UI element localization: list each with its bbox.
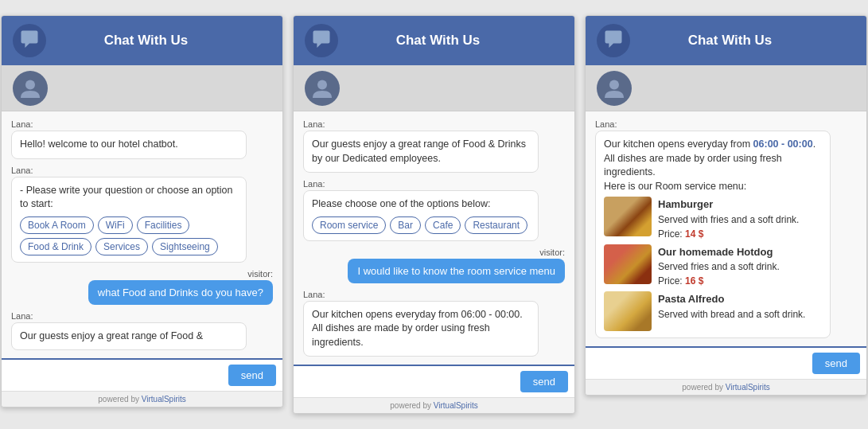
chat-messages-1: Lana: Hello! welcome to our hotel chatbo… <box>2 111 282 358</box>
sender-label: Lana: <box>303 290 565 299</box>
hotdog-text: Our homemade Hotdog Served fries and a s… <box>658 244 780 289</box>
menu-intro-text: Here is our Room service menu: <box>604 181 746 192</box>
chat-messages-2: Lana: Our guests enjoy a great range of … <box>294 111 574 365</box>
bot-message-2-2: Lana: Please choose one of the options b… <box>303 179 565 241</box>
bot-bubble: Hello! welcome to our hotel chatbot. <box>11 131 247 159</box>
footer-brand-1: VirtualSpirits <box>142 395 186 404</box>
text-normal-1: Our kitchen opens everyday from <box>604 138 753 150</box>
bot-bubble-options: - Please write your question or choose a… <box>11 177 247 263</box>
burger-image <box>604 197 652 236</box>
pasta-img-placeholder <box>604 291 652 331</box>
speech-bubble-icon-3 <box>602 29 625 52</box>
chat-footer-1: powered by VirtualSpirits <box>2 391 282 407</box>
menu-item-hotdog: Our homemade Hotdog Served fries and a s… <box>604 244 822 289</box>
chat-input-3[interactable] <box>592 354 808 372</box>
chat-avatar-area-1 <box>2 65 282 111</box>
visitor-label: visitor: <box>539 248 565 257</box>
option-food-drink[interactable]: Food & Drink <box>20 238 91 255</box>
speech-bubble-icon <box>18 29 41 52</box>
option-cafe[interactable]: Cafe <box>425 216 461 234</box>
burger-price: 14 $ <box>685 228 703 240</box>
bot-bubble-menu: Our kitchen opens everyday from 06:00 - … <box>595 131 831 338</box>
chat-icon-1 <box>13 24 46 57</box>
chat-input-area-1: send <box>2 358 282 391</box>
chat-messages-3: Lana: Our kitchen opens everyday from 06… <box>586 111 866 346</box>
burger-desc: Served with fries and a soft drink. <box>658 213 799 227</box>
avatar-icon-2 <box>310 76 334 100</box>
option-restaurant[interactable]: Restaurant <box>465 216 527 234</box>
burger-img-placeholder <box>604 197 652 236</box>
chat-avatar-area-3 <box>586 65 866 111</box>
visitor-label: visitor: <box>247 269 273 279</box>
bot-message-3-1: Lana: Our kitchen opens everyday from 06… <box>595 119 857 338</box>
menu-item-burger: Hamburger Served with fries and a soft d… <box>604 197 822 241</box>
visitor-message-2: visitor: I would like to know the room s… <box>303 248 565 283</box>
chat-footer-2: powered by VirtualSpirits <box>294 397 574 413</box>
sender-label: Lana: <box>11 311 273 321</box>
sender-label: Lana: <box>11 119 273 129</box>
burger-name: Hamburger <box>658 197 799 213</box>
hotdog-price-label: Price: 16 $ <box>658 274 780 288</box>
footer-brand-2: VirtualSpirits <box>434 401 478 410</box>
sender-label-3: Lana: <box>595 119 857 129</box>
option-services[interactable]: Services <box>95 238 148 255</box>
chat-input-2[interactable] <box>300 372 516 391</box>
chat-title-1: Chat With Us <box>54 33 238 49</box>
avatar-icon-3 <box>602 76 626 100</box>
chat-input-area-2: send <box>294 365 574 397</box>
option-facilities[interactable]: Facilities <box>137 216 190 234</box>
bot-message-1-3: Lana: Our guests enjoy a great range of … <box>11 311 273 351</box>
sender-label: Lana: <box>303 179 565 189</box>
footer-brand-3: VirtualSpirits <box>726 383 770 392</box>
option-sightseeing[interactable]: Sightseeing <box>152 238 218 255</box>
pasta-image <box>604 291 652 331</box>
avatar-2 <box>305 71 340 106</box>
pasta-text: Pasta Alfredo Served with bread and a so… <box>658 291 805 322</box>
text-highlight-time: 06:00 - 00:00 <box>753 138 813 150</box>
chat-icon-3 <box>597 24 630 57</box>
hotdog-name: Our homemade Hotdog <box>658 244 780 260</box>
chat-widget-2: Chat With Us Lana: Our guests enjoy a gr… <box>293 15 575 414</box>
visitor-bubble: what Food and Drinks do you have? <box>88 280 273 305</box>
menu-item-pasta: Pasta Alfredo Served with bread and a so… <box>604 291 822 331</box>
speech-bubble-icon-2 <box>310 29 333 52</box>
svg-point-0 <box>25 80 35 89</box>
bot-bubble-truncated-2: Our kitchen opens everyday from 06:00 - … <box>303 301 539 357</box>
chat-title-3: Chat With Us <box>638 33 822 49</box>
chat-icon-2 <box>305 24 338 57</box>
bot-bubble-options-2: Please choose one of the options below: … <box>303 190 539 241</box>
send-button-2[interactable]: send <box>520 371 568 392</box>
avatar-icon-1 <box>18 76 42 100</box>
option-room-service[interactable]: Room service <box>312 216 386 234</box>
option-buttons-2: Room service Bar Cafe Restaurant <box>312 216 530 234</box>
burger-price-label: Price: 14 $ <box>658 227 799 241</box>
chat-widgets-container: Chat With Us Lana: Hello! welcome to our… <box>1 15 867 414</box>
chat-avatar-area-2 <box>294 65 574 111</box>
option-bar[interactable]: Bar <box>390 216 421 234</box>
send-button-1[interactable]: send <box>228 365 276 386</box>
option-wifi[interactable]: WiFi <box>98 216 133 234</box>
chat-title-2: Chat With Us <box>346 33 530 49</box>
chat-header-1: Chat With Us <box>2 16 282 65</box>
avatar-1 <box>13 71 48 106</box>
chat-widget-1: Chat With Us Lana: Hello! welcome to our… <box>1 15 283 408</box>
bot-bubble: Our guests enjoy a great range of Food &… <box>303 131 539 173</box>
pasta-desc: Served with bread and a soft drink. <box>658 307 805 322</box>
svg-point-2 <box>609 80 619 89</box>
chat-input-area-3: send <box>586 346 866 379</box>
bot-message-1-2: Lana: - Please write your question or ch… <box>11 166 273 263</box>
sender-label: Lana: <box>303 119 565 129</box>
sender-label: Lana: <box>11 166 273 175</box>
bot-message-2-1: Lana: Our guests enjoy a great range of … <box>303 119 565 173</box>
svg-point-1 <box>317 80 327 89</box>
option-book-a-room[interactable]: Book A Room <box>20 216 94 234</box>
send-button-3[interactable]: send <box>812 353 860 374</box>
chat-header-2: Chat With Us <box>294 16 574 65</box>
hotdog-price: 16 $ <box>685 275 703 287</box>
burger-text: Hamburger Served with fries and a soft d… <box>658 197 799 241</box>
option-buttons-1: Book A Room WiFi Facilities Food & Drink… <box>20 216 238 255</box>
chat-input-1[interactable] <box>8 366 224 384</box>
bot-message-1-1: Lana: Hello! welcome to our hotel chatbo… <box>11 119 273 159</box>
bot-message-2-3: Lana: Our kitchen opens everyday from 06… <box>303 290 565 357</box>
chat-footer-3: powered by VirtualSpirits <box>586 379 866 395</box>
